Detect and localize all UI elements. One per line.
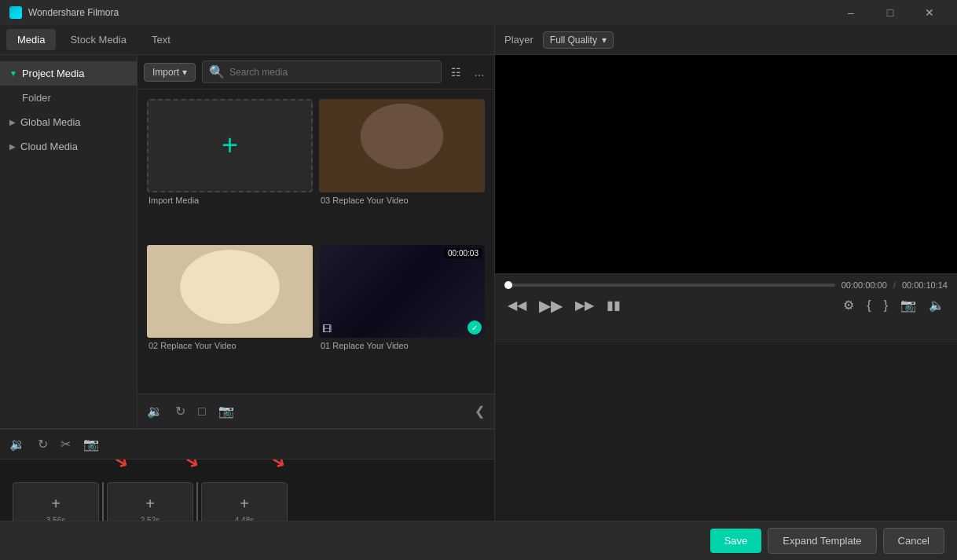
loop-icon[interactable]: ↻ xyxy=(175,404,185,419)
add-clip-icon: + xyxy=(240,495,249,513)
film-icon: 🎞 xyxy=(322,178,332,189)
window-controls: – □ ✕ xyxy=(833,0,948,25)
timeline-trim-icon[interactable]: ✂ xyxy=(60,437,71,452)
plus-icon: + xyxy=(222,131,238,159)
settings-icon[interactable]: ⚙ xyxy=(840,296,857,314)
app-title: Wondershare Filmora xyxy=(28,7,833,18)
timeline-toolbar: 🔉 ↻ ✂ 📷 xyxy=(0,430,494,459)
video2-duration: 00:00:02 xyxy=(273,248,310,258)
sidebar-item-label: Global Media xyxy=(20,116,81,128)
app-icon xyxy=(9,6,22,19)
media-panel: Import ▾ 🔍 ☷ … + xyxy=(138,55,494,428)
left-panel: Media Stock Media Text ▼ Project Media F… xyxy=(0,25,495,560)
search-icon: 🔍 xyxy=(209,64,225,79)
media-bottom-toolbar: 🔉 ↻ □ 📷 ❮ xyxy=(138,393,494,428)
audio-icon[interactable]: 🔉 xyxy=(147,404,163,419)
screen-record-icon[interactable]: 📷 xyxy=(218,404,234,419)
search-input[interactable] xyxy=(229,67,434,78)
minimize-button[interactable]: – xyxy=(833,0,869,25)
quality-value: Full Quality xyxy=(550,35,597,46)
media-item-video3[interactable]: 00:00:04 🎞 ✓ 03 Replace Your Video xyxy=(319,99,485,239)
sidebar-item-cloud-media[interactable]: ▶ Cloud Media xyxy=(0,134,137,159)
right-panel: Player Full Quality ▾ 00:00:00:00 / 00:0… xyxy=(495,25,957,560)
player-label: Player xyxy=(504,34,534,46)
progress-bar[interactable] xyxy=(504,284,835,287)
content-area: ▼ Project Media Folder ▶ Global Media ▶ … xyxy=(0,55,494,428)
tab-stock-media[interactable]: Stock Media xyxy=(59,29,138,50)
cancel-button[interactable]: Cancel xyxy=(883,528,944,554)
time-separator: / xyxy=(893,280,896,290)
play-icon[interactable]: ▶▶ xyxy=(536,295,566,317)
timeline-screen-icon[interactable]: 📷 xyxy=(83,437,99,452)
add-clip-icon: + xyxy=(51,495,60,513)
sidebar-item-global-media[interactable]: ▶ Global Media xyxy=(0,110,137,134)
video1-duration: 00:00:03 xyxy=(445,248,482,258)
import-media-item[interactable]: + Import Media xyxy=(147,99,313,239)
tab-bar: Media Stock Media Text xyxy=(0,25,494,55)
video2-thumb: 00:00:02 🎞 ✓ xyxy=(147,245,313,339)
sidebar-item-label: Cloud Media xyxy=(20,141,78,152)
sidebar: ▼ Project Media Folder ▶ Global Media ▶ … xyxy=(0,55,138,428)
footer: Save Expand Template Cancel xyxy=(0,521,957,560)
sidebar-folder[interactable]: Folder xyxy=(0,86,137,110)
import-thumb: + xyxy=(147,99,313,192)
video2-label: 02 Replace Your Video xyxy=(147,341,313,350)
save-button[interactable]: Save xyxy=(710,529,762,553)
tab-text[interactable]: Text xyxy=(141,29,182,50)
timeline-loop-icon[interactable]: ↻ xyxy=(38,437,48,452)
player-controls: 00:00:00:00 / 00:00:10:14 ◀◀ ▶▶ ▶▶ ▮▮ ⚙ … xyxy=(495,273,957,342)
video1-label: 01 Replace Your Video xyxy=(319,341,485,350)
close-button[interactable]: ✕ xyxy=(911,0,948,25)
quality-selector[interactable]: Full Quality ▾ xyxy=(543,31,614,49)
mark-out-icon[interactable]: } xyxy=(881,297,891,314)
film-icon: 🎞 xyxy=(150,324,160,335)
tab-media[interactable]: Media xyxy=(6,29,56,50)
more-options-icon[interactable]: … xyxy=(471,64,488,80)
time-current: 00:00:00:00 xyxy=(842,280,887,290)
volume-icon[interactable]: 🔈 xyxy=(926,296,948,314)
chevron-right-icon: ▶ xyxy=(9,142,16,151)
progress-row: 00:00:00:00 / 00:00:10:14 xyxy=(504,280,948,290)
filter-icon[interactable]: ☷ xyxy=(448,64,464,80)
snapshot-icon[interactable]: 📷 xyxy=(897,296,919,314)
check-icon: ✓ xyxy=(468,175,482,189)
collapse-button[interactable]: ❮ xyxy=(475,404,485,419)
film-icon: 🎞 xyxy=(322,324,332,335)
video1-thumb: 00:00:03 🎞 ✓ xyxy=(319,245,485,339)
maximize-button[interactable]: □ xyxy=(872,0,908,25)
check-icon: ✓ xyxy=(295,320,310,335)
step-forward-icon[interactable]: ▶▶ xyxy=(572,296,597,314)
dropdown-arrow-icon: ▾ xyxy=(182,67,187,78)
expand-template-button[interactable]: Expand Template xyxy=(768,528,876,554)
arrow-1: ➜ xyxy=(110,459,133,474)
step-back-icon[interactable]: ◀◀ xyxy=(504,296,530,314)
arrow-2: ➜ xyxy=(181,459,204,474)
timeline-audio-icon[interactable]: 🔉 xyxy=(9,437,25,452)
media-item-video1[interactable]: 00:00:03 🎞 ✓ 01 Replace Your Video xyxy=(319,245,485,385)
import-label: Import xyxy=(152,67,179,78)
sidebar-item-project-media[interactable]: ▼ Project Media xyxy=(0,61,137,86)
check-icon: ✓ xyxy=(468,320,482,335)
search-box[interactable]: 🔍 xyxy=(202,60,442,83)
video3-duration: 00:00:04 xyxy=(445,102,482,112)
media-toolbar: Import ▾ 🔍 ☷ … xyxy=(138,55,494,90)
arrow-3: ➜ xyxy=(267,459,290,474)
video3-thumb: 00:00:04 🎞 ✓ xyxy=(319,99,485,192)
folder-label: Folder xyxy=(22,92,51,104)
chevron-right-icon: ▶ xyxy=(9,118,16,126)
dropdown-arrow-icon: ▾ xyxy=(602,35,607,46)
stop-icon[interactable]: ▮▮ xyxy=(603,296,624,314)
video3-label: 03 Replace Your Video xyxy=(319,196,485,205)
sidebar-item-label: Project Media xyxy=(22,68,84,79)
player-header: Player Full Quality ▾ xyxy=(495,25,957,55)
add-clip-icon: + xyxy=(145,495,155,513)
media-item-video2[interactable]: 00:00:02 🎞 ✓ 02 Replace Your Video xyxy=(147,245,313,385)
progress-thumb xyxy=(504,281,512,289)
controls-row: ◀◀ ▶▶ ▶▶ ▮▮ ⚙ { } 📷 🔈 xyxy=(504,295,948,317)
import-button[interactable]: Import ▾ xyxy=(144,63,196,82)
import-media-label: Import Media xyxy=(147,196,313,205)
player-viewport xyxy=(495,55,957,273)
crop-icon[interactable]: □ xyxy=(198,404,206,419)
mark-in-icon[interactable]: { xyxy=(864,297,874,314)
time-total: 00:00:10:14 xyxy=(902,280,948,290)
